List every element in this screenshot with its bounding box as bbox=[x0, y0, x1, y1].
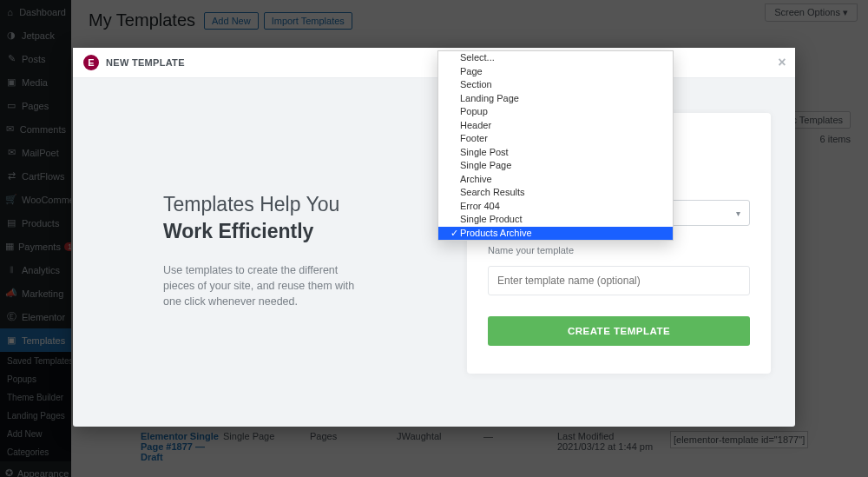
intro-paragraph: Use templates to create the different pi… bbox=[163, 262, 363, 309]
dropdown-option[interactable]: Single Post bbox=[438, 146, 673, 160]
option-label: Archive bbox=[460, 174, 492, 186]
option-label: Single Product bbox=[460, 214, 523, 226]
dropdown-option[interactable]: Section bbox=[438, 78, 673, 92]
intro-heading: Templates Help You Work Efficiently bbox=[163, 191, 367, 245]
chevron-down-icon: ▾ bbox=[736, 209, 740, 218]
dropdown-option[interactable]: Header bbox=[438, 119, 673, 133]
option-label: Single Page bbox=[460, 160, 511, 172]
modal-intro: Templates Help You Work Efficiently Use … bbox=[97, 113, 393, 401]
dropdown-option[interactable]: Footer bbox=[438, 132, 673, 146]
close-icon[interactable]: × bbox=[778, 55, 786, 70]
dropdown-option[interactable]: Single Product bbox=[438, 213, 673, 227]
template-name-input[interactable] bbox=[488, 266, 750, 295]
create-template-button[interactable]: CREATE TEMPLATE bbox=[488, 316, 750, 346]
modal-title: NEW TEMPLATE bbox=[106, 57, 185, 68]
option-label: Error 404 bbox=[460, 201, 500, 213]
option-label: Popup bbox=[460, 106, 488, 118]
option-label: Single Post bbox=[460, 147, 509, 159]
dropdown-option[interactable]: Archive bbox=[438, 173, 673, 187]
dropdown-option[interactable]: Error 404 bbox=[438, 200, 673, 214]
check-icon: ✓ bbox=[450, 228, 460, 240]
option-label: Section bbox=[460, 79, 492, 91]
dropdown-option[interactable]: Single Page bbox=[438, 159, 673, 173]
option-label: Footer bbox=[460, 133, 488, 145]
dropdown-option[interactable]: Search Results bbox=[438, 186, 673, 200]
template-name-label: Name your template bbox=[488, 245, 750, 255]
option-label: Search Results bbox=[460, 187, 525, 199]
elementor-logo-icon: E bbox=[83, 55, 99, 70]
dropdown-option[interactable]: ✓Products Archive bbox=[438, 227, 673, 241]
option-label: Select... bbox=[460, 52, 495, 64]
new-template-modal: E NEW TEMPLATE × Templates Help You Work… bbox=[73, 48, 795, 427]
option-label: Landing Page bbox=[460, 93, 519, 105]
modal-titlebar: E NEW TEMPLATE × bbox=[73, 48, 795, 78]
dropdown-option[interactable]: Select... bbox=[438, 51, 673, 65]
dropdown-option[interactable]: Page bbox=[438, 65, 673, 79]
dropdown-option[interactable]: Popup bbox=[438, 105, 673, 119]
option-label: Page bbox=[460, 66, 483, 78]
template-type-dropdown[interactable]: Select...PageSectionLanding PagePopupHea… bbox=[437, 50, 674, 241]
dropdown-option[interactable]: Landing Page bbox=[438, 92, 673, 106]
option-label: Header bbox=[460, 120, 491, 132]
option-label: Products Archive bbox=[460, 228, 532, 240]
